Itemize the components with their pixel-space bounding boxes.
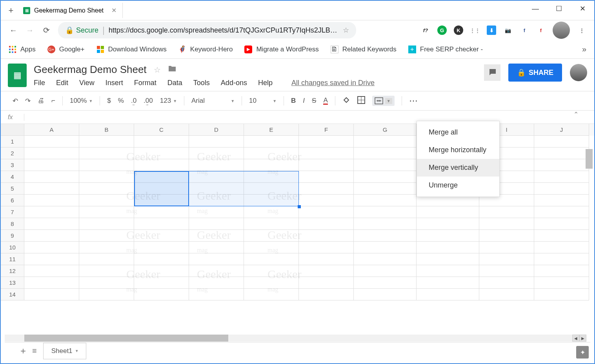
cell[interactable] [24, 277, 79, 289]
paint-format-button[interactable]: ⌐ [51, 97, 55, 105]
cell[interactable] [299, 265, 354, 277]
cell[interactable] [299, 289, 354, 300]
cell[interactable] [79, 183, 134, 195]
col-header-c[interactable]: C [134, 124, 189, 136]
cell[interactable] [244, 136, 299, 147]
forward-button[interactable]: → [25, 25, 35, 35]
row-header-7[interactable]: 7 [1, 206, 24, 218]
cell[interactable] [299, 136, 354, 147]
row-header-2[interactable]: 2 [1, 147, 24, 159]
menu-edit[interactable]: Edit [56, 79, 68, 87]
cell[interactable] [417, 218, 479, 230]
cell[interactable] [417, 206, 479, 218]
cell[interactable] [189, 277, 244, 289]
row-header-1[interactable]: 1 [1, 136, 24, 147]
cell[interactable] [189, 206, 244, 218]
menu-format[interactable]: Format [134, 79, 156, 87]
cell[interactable] [189, 195, 244, 206]
bookmark-googleplus[interactable]: G+ Google+ [47, 46, 85, 53]
cell[interactable] [534, 206, 589, 218]
cell[interactable] [354, 242, 417, 253]
cell[interactable] [534, 136, 589, 147]
new-tab-button[interactable]: + [5, 4, 17, 17]
fill-color-button[interactable] [342, 96, 350, 106]
cell[interactable] [244, 171, 299, 183]
facebook-ext-icon[interactable]: f [520, 25, 529, 35]
menu-addons[interactable]: Add-ons [221, 79, 247, 87]
cell[interactable] [79, 277, 134, 289]
cell[interactable] [299, 277, 354, 289]
cell[interactable] [24, 253, 79, 265]
col-header-a[interactable]: A [24, 124, 79, 136]
whatfont-ext-icon[interactable]: f? [421, 25, 430, 35]
undo-button[interactable]: ↶ [13, 97, 18, 105]
menu-help[interactable]: Help [258, 79, 273, 87]
scrollbar-thumb[interactable] [24, 335, 228, 342]
cell[interactable] [534, 289, 589, 300]
cell[interactable] [79, 159, 134, 171]
cell[interactable] [479, 218, 534, 230]
cell[interactable] [299, 253, 354, 265]
increase-decimal-button[interactable]: .00→ [144, 97, 153, 105]
cell[interactable] [417, 230, 479, 242]
maximize-button[interactable]: ☐ [547, 1, 571, 16]
cell[interactable] [134, 277, 189, 289]
bookmark-serp[interactable]: + Free SERP checker - [408, 46, 483, 53]
decrease-decimal-button[interactable]: .0← [131, 97, 136, 105]
cell[interactable] [79, 265, 134, 277]
cell[interactable] [79, 171, 134, 183]
apps-button[interactable]: Apps [9, 46, 36, 53]
cell[interactable] [134, 206, 189, 218]
cell[interactable] [189, 253, 244, 265]
cell[interactable] [189, 159, 244, 171]
menu-data[interactable]: Data [167, 79, 182, 87]
reload-button[interactable]: ⟳ [42, 25, 51, 35]
col-header-e[interactable]: E [244, 124, 299, 136]
row-header-10[interactable]: 10 [1, 242, 24, 253]
cell[interactable] [244, 218, 299, 230]
star-button[interactable]: ☆ [154, 65, 161, 75]
cell[interactable] [354, 277, 417, 289]
cell[interactable] [299, 195, 354, 206]
cell[interactable] [189, 242, 244, 253]
cell[interactable] [299, 183, 354, 195]
bookmark-windows[interactable]: Download Windows [96, 46, 167, 53]
cell[interactable] [134, 253, 189, 265]
row-header-3[interactable]: 3 [1, 159, 24, 171]
cell[interactable] [134, 218, 189, 230]
cell[interactable] [299, 242, 354, 253]
cell[interactable] [244, 206, 299, 218]
more-toolbar-button[interactable]: ⋯ [409, 96, 419, 106]
cell[interactable] [479, 277, 534, 289]
row-header-5[interactable]: 5 [1, 183, 24, 195]
cell[interactable] [244, 183, 299, 195]
cell[interactable] [354, 289, 417, 300]
unmerge-option[interactable]: Unmerge [417, 177, 499, 194]
cell[interactable] [244, 230, 299, 242]
cell[interactable] [24, 242, 79, 253]
cell[interactable] [354, 159, 417, 171]
cell[interactable] [534, 242, 589, 253]
cell[interactable] [79, 230, 134, 242]
row-header-9[interactable]: 9 [1, 230, 24, 242]
cell[interactable] [479, 242, 534, 253]
scroll-right-button[interactable]: ▶ [579, 335, 586, 342]
cell[interactable] [24, 195, 79, 206]
cell[interactable] [189, 218, 244, 230]
print-button[interactable]: 🖨 [38, 97, 44, 105]
menu-tools[interactable]: Tools [193, 79, 210, 87]
cell[interactable] [534, 171, 589, 183]
collapse-toolbar-button[interactable]: ⌃ [573, 111, 579, 118]
row-header-8[interactable]: 8 [1, 218, 24, 230]
cell[interactable] [354, 147, 417, 159]
cell[interactable] [134, 289, 189, 300]
cell[interactable] [24, 206, 79, 218]
cell[interactable] [79, 289, 134, 300]
cell[interactable] [354, 253, 417, 265]
borders-button[interactable] [357, 96, 365, 106]
cell[interactable] [534, 265, 589, 277]
scroll-left-button[interactable]: ◀ [572, 335, 579, 342]
cell[interactable] [417, 265, 479, 277]
cell[interactable] [354, 136, 417, 147]
col-header-f[interactable]: F [299, 124, 354, 136]
